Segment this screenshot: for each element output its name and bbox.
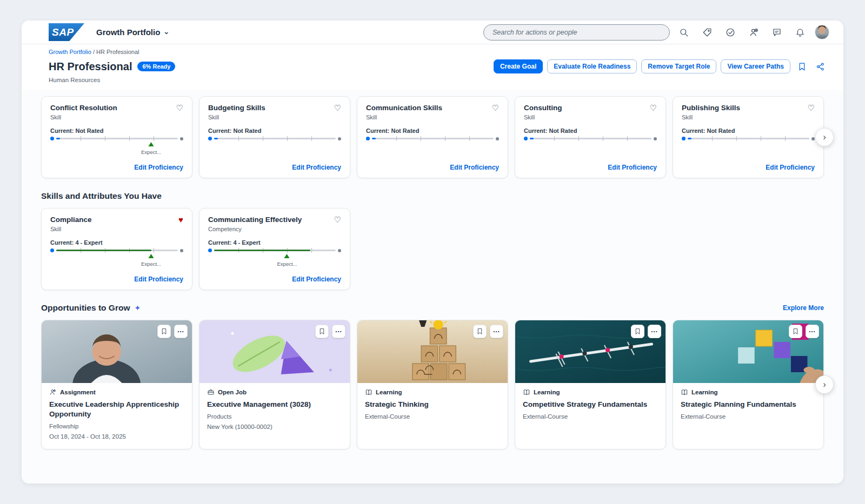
- user-avatar[interactable]: [815, 25, 829, 39]
- slider-start-dot: [50, 248, 54, 252]
- ai-sparkle-icon: ✦: [134, 304, 141, 312]
- breadcrumb-root-link[interactable]: Growth Portfolio: [49, 49, 91, 55]
- edit-proficiency-link[interactable]: Edit Proficiency: [292, 164, 341, 171]
- opportunity-title[interactable]: Strategic Thinking: [365, 400, 500, 409]
- skill-type: Skill: [366, 114, 499, 120]
- skill-type: Skill: [682, 114, 815, 120]
- opportunity-subtitle: Fellowship: [49, 423, 184, 429]
- user-status-icon[interactable]: [748, 27, 758, 37]
- opportunity-card[interactable]: Learning Strategic Thinking External-Cou…: [357, 320, 508, 449]
- favorite-heart-icon[interactable]: [650, 104, 657, 112]
- skill-card[interactable]: Conflict Resolution Skill Current: Not R…: [41, 96, 192, 178]
- remove-target-role-button[interactable]: Remove Target Role: [641, 59, 716, 73]
- proficiency-slider[interactable]: Expect...: [50, 250, 183, 268]
- edit-proficiency-link[interactable]: Edit Proficiency: [134, 164, 183, 171]
- expected-level-marker: Expect...: [141, 142, 161, 156]
- slider-fill: [214, 138, 218, 139]
- opportunity-title[interactable]: Executive Management (3028): [207, 400, 342, 409]
- skill-card[interactable]: Budgeting Skills Skill Current: Not Rate…: [199, 96, 350, 178]
- edit-proficiency-link[interactable]: Edit Proficiency: [450, 164, 499, 171]
- carousel-next-button[interactable]: [815, 375, 834, 394]
- assignment-icon: [49, 388, 57, 396]
- share-icon-button[interactable]: [813, 59, 827, 73]
- slider-end-dot: [180, 137, 183, 140]
- skill-card[interactable]: Compliance Skill Current: 4 - Expert Exp…: [41, 208, 192, 290]
- proficiency-slider[interactable]: Expect...: [208, 250, 341, 268]
- slider-start-dot: [208, 248, 212, 252]
- more-options-button[interactable]: [490, 325, 503, 338]
- opportunity-title[interactable]: Strategic Planning Fundamentals: [681, 400, 816, 409]
- evaluate-role-readiness-button[interactable]: Evaluate Role Readiness: [547, 59, 637, 73]
- opportunity-card[interactable]: Open Job Executive Management (3028) Pro…: [199, 320, 350, 449]
- search-icon[interactable]: [678, 27, 689, 37]
- skill-type: Skill: [50, 226, 183, 232]
- expected-level-marker: Expect...: [277, 254, 297, 268]
- notifications-bell-icon[interactable]: [795, 27, 805, 37]
- opportunity-card[interactable]: Assignment Executive Leadership Apprenti…: [41, 320, 192, 449]
- skill-current-rating: Current: 4 - Expert: [208, 239, 341, 246]
- skill-card[interactable]: Consulting Skill Current: Not Rated Expe…: [515, 96, 666, 178]
- slider-fill: [372, 138, 376, 139]
- bookmark-button[interactable]: [473, 325, 487, 338]
- favorite-heart-icon[interactable]: [334, 104, 341, 112]
- feedback-icon[interactable]: [771, 27, 782, 37]
- opportunity-title[interactable]: Competitive Strategy Fundamentals: [523, 400, 658, 409]
- skill-current-rating: Current: Not Rated: [682, 127, 815, 134]
- slider-end-dot: [496, 137, 499, 140]
- carousel-next-button[interactable]: [815, 128, 834, 146]
- slider-fill: [214, 250, 310, 251]
- proficiency-slider[interactable]: Expect...: [50, 138, 183, 156]
- bookmark-button[interactable]: [631, 325, 644, 338]
- proficiency-slider[interactable]: Expect...: [682, 138, 815, 156]
- expected-triangle-icon: [149, 254, 154, 258]
- top-bar: SAP Growth Portfolio ⌄: [22, 21, 843, 44]
- tag-icon[interactable]: [702, 27, 712, 37]
- opportunity-title[interactable]: Executive Leadership Apprenticeship Oppo…: [49, 400, 184, 419]
- more-options-button[interactable]: [332, 325, 345, 338]
- bookmark-button[interactable]: [789, 325, 802, 338]
- bookmark-button[interactable]: [315, 325, 329, 338]
- more-options-button[interactable]: [174, 325, 188, 338]
- slider-start-dot: [682, 137, 686, 140]
- favorite-heart-icon[interactable]: [176, 104, 183, 112]
- opportunity-card[interactable]: Learning Strategic Planning Fundamentals…: [673, 320, 824, 449]
- more-options-button[interactable]: [648, 325, 661, 338]
- favorite-heart-icon[interactable]: [178, 216, 183, 224]
- app-title-label: Growth Portfolio: [96, 28, 160, 37]
- opportunity-image-blocks: [357, 320, 508, 383]
- bookmark-button[interactable]: [157, 325, 171, 338]
- skill-card[interactable]: Communication Skills Skill Current: Not …: [357, 96, 508, 178]
- search-input[interactable]: [483, 24, 670, 41]
- edit-proficiency-link[interactable]: Edit Proficiency: [608, 164, 657, 171]
- bookmark-icon-button[interactable]: [795, 59, 809, 73]
- todo-check-icon[interactable]: [725, 27, 735, 37]
- opportunity-image-illustration: [199, 320, 350, 383]
- edit-proficiency-link[interactable]: Edit Proficiency: [292, 275, 341, 283]
- skill-title: Budgeting Skills: [208, 104, 265, 112]
- more-options-button[interactable]: [806, 325, 819, 338]
- proficiency-slider[interactable]: Expect...: [208, 138, 341, 156]
- skill-current-rating: Current: Not Rated: [366, 127, 499, 134]
- skill-type: Competency: [208, 226, 341, 232]
- favorite-heart-icon[interactable]: [334, 216, 341, 224]
- create-goal-button[interactable]: Create Goal: [494, 59, 543, 73]
- proficiency-slider[interactable]: Expect...: [524, 138, 657, 156]
- skill-card[interactable]: Publishing Skills Skill Current: Not Rat…: [673, 96, 824, 178]
- edit-proficiency-link[interactable]: Edit Proficiency: [766, 164, 815, 171]
- expected-label: Expect...: [141, 261, 161, 267]
- favorite-heart-icon[interactable]: [492, 104, 499, 112]
- chevron-down-icon: ⌄: [163, 28, 169, 35]
- edit-proficiency-link[interactable]: Edit Proficiency: [134, 275, 183, 283]
- explore-more-link[interactable]: Explore More: [783, 304, 824, 312]
- proficiency-slider[interactable]: Expect...: [366, 138, 499, 156]
- view-career-paths-button[interactable]: View Career Paths: [721, 59, 790, 73]
- skill-card[interactable]: Communicating Effectively Competency Cur…: [199, 208, 350, 290]
- main-content: Conflict Resolution Skill Current: Not R…: [22, 90, 843, 483]
- skills-have-section-title: Skills and Attributes You Have: [41, 191, 162, 201]
- sap-logo: SAP: [49, 23, 84, 41]
- skills-needed-row: Conflict Resolution Skill Current: Not R…: [41, 96, 824, 178]
- app-title-menu[interactable]: Growth Portfolio ⌄: [96, 28, 169, 37]
- media-actions: [157, 325, 188, 338]
- opportunity-card[interactable]: Learning Competitive Strategy Fundamenta…: [515, 320, 666, 449]
- favorite-heart-icon[interactable]: [808, 104, 815, 112]
